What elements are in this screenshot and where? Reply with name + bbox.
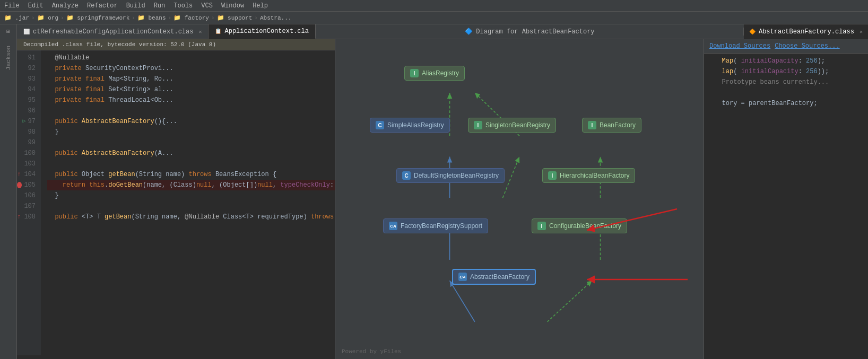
- breakpoint-105: [17, 182, 22, 188]
- breadcrumb-item[interactable]: 📁 org: [37, 14, 58, 21]
- tab-appcontext[interactable]: 📋 ApplicationContext.cla: [209, 24, 315, 39]
- diagram-panel: I AliasRegistry C SimpleAliasRegistry I …: [335, 39, 704, 359]
- tab-label-appcontext: ApplicationContext.cla: [224, 28, 308, 35]
- tab-icon-appcontext: 📋: [215, 28, 221, 34]
- right-code-line-5: tory = parentBeanFactory;: [710, 98, 862, 109]
- ln-92: 92: [17, 63, 36, 74]
- diagram-tab-title: 🔷 Diagram for AbstractBeanFactory: [316, 28, 744, 36]
- ln-95: 95: [17, 95, 36, 106]
- node-icon-alias: I: [410, 69, 419, 77]
- right-code-line-1: Map( initialCapacity: 256);: [710, 56, 862, 66]
- node-singleton-registry[interactable]: I SingletonBeanRegistry: [468, 118, 556, 133]
- code-line-99: [47, 137, 335, 148]
- tab-label-abstract: AbstractBeanFactory.class: [759, 28, 854, 36]
- ln-100: 100: [17, 148, 36, 159]
- menu-edit[interactable]: Edit: [28, 2, 44, 10]
- node-icon-default: C: [402, 171, 411, 180]
- node-hierarchical[interactable]: I HierarchicalBeanFactory: [542, 168, 635, 183]
- right-code-line-2: lap( initialCapacity: 256));: [710, 66, 862, 77]
- code-line-104: public Object getBean(String name) throw…: [47, 169, 335, 180]
- node-simple-alias[interactable]: C SimpleAliasRegistry: [370, 118, 450, 133]
- breadcrumb: 📁 .jar › 📁 org › 📁 springframework › 📁 b…: [0, 12, 868, 24]
- sidebar-jackson-label[interactable]: Jackson: [5, 46, 12, 70]
- node-label-alias: AliasRegistry: [422, 69, 459, 77]
- choose-sources-link[interactable]: Choose Sources...: [775, 42, 839, 50]
- ln-103: 103: [17, 159, 36, 169]
- node-icon-simple: C: [376, 121, 384, 129]
- code-panel: Decompiled .class file, bytecode version…: [17, 39, 335, 359]
- ln-108: ↑ 108: [17, 212, 36, 222]
- node-configurable[interactable]: I ConfigurableBeanFactory: [532, 218, 627, 233]
- node-icon-abstract: CA: [458, 273, 467, 281]
- up-arrow-104: ↑: [17, 169, 21, 180]
- code-line-94: private final Set<String> al...: [47, 84, 335, 95]
- right-code-line-3: Prototype beans currently...: [710, 77, 862, 87]
- code-line-107: [47, 201, 335, 212]
- tab-icon-abstract: 🔶: [749, 29, 756, 35]
- code-line-98: }: [47, 127, 335, 137]
- code-line-91: @Nullable: [47, 52, 335, 63]
- node-abstract-factory[interactable]: CA AbstractBeanFactory: [452, 269, 536, 285]
- node-factory-support[interactable]: CA FactoryBeanRegistrySupport: [383, 218, 488, 233]
- menu-help[interactable]: Help: [253, 2, 268, 10]
- breadcrumb-item[interactable]: 📁 support: [217, 14, 253, 21]
- powered-by: Powered by yFiles: [342, 348, 401, 355]
- ln-104: ↑ 104: [17, 169, 36, 180]
- node-icon-hierarchical: I: [548, 171, 557, 180]
- code-lines[interactable]: @Nullable private SecurityContextProvi..…: [41, 50, 335, 355]
- ln-105: 105: [17, 180, 36, 190]
- node-alias-registry[interactable]: I AliasRegistry: [404, 66, 465, 81]
- node-label-singleton: SingletonBeanRegistry: [485, 121, 550, 129]
- right-code-line-4: [710, 87, 862, 98]
- menu-window[interactable]: Window: [221, 2, 244, 10]
- ln-99: 99: [17, 137, 36, 148]
- sidebar-label[interactable]: ⊞: [0, 24, 17, 39]
- node-icon-factory-support: CA: [389, 222, 397, 230]
- tab-refreshable[interactable]: ⬜ ctRefreshableConfigApplicationContext.…: [17, 24, 209, 39]
- ln-96: 96: [17, 106, 36, 116]
- code-line-100: public AbstractBeanFactory(A...: [47, 148, 335, 159]
- tab-abstract-factory[interactable]: 🔶 AbstractBeanFactory.class ✕: [744, 24, 868, 39]
- source-links: Download Sources Choose Sources...: [704, 39, 868, 54]
- svg-line-3: [502, 157, 519, 198]
- red-arrow-bottom: [576, 269, 693, 292]
- breadcrumb-item[interactable]: 📁 beans: [137, 14, 166, 21]
- up-arrow-108: ↑: [17, 212, 21, 222]
- menu-refactor[interactable]: Refactor: [87, 2, 118, 10]
- breadcrumb-item[interactable]: 📁 factory: [173, 14, 209, 21]
- node-label-configurable: ConfigurableBeanFactory: [549, 222, 621, 230]
- code-line-93: private final Map<String, Ro...: [47, 74, 335, 84]
- node-bean-factory[interactable]: I BeanFactory: [582, 118, 641, 133]
- breadcrumb-item[interactable]: 📁 .jar: [4, 14, 29, 21]
- decompile-info: Decompiled .class file, bytecode version…: [23, 41, 216, 48]
- code-content: 91 92 93 94 95 96 ▷ 97 98 99 100 103 ↑ 1…: [17, 50, 335, 355]
- menu-analyze[interactable]: Analyze: [52, 2, 79, 10]
- tab-close-abstract[interactable]: ✕: [860, 29, 863, 35]
- menu-vcs[interactable]: VCS: [201, 2, 213, 10]
- right-code-area[interactable]: Map( initialCapacity: 256); lap( initial…: [704, 54, 868, 359]
- breadcrumb-item[interactable]: Abstra...: [260, 15, 291, 21]
- node-icon-beanfactory: I: [588, 121, 596, 129]
- node-label-simple: SimpleAliasRegistry: [387, 121, 444, 129]
- menu-file[interactable]: File: [4, 2, 20, 10]
- node-default-singleton[interactable]: C DefaultSingletonBeanRegistry: [396, 168, 505, 183]
- menu-bar: File Edit Analyze Refactor Build Run Too…: [0, 0, 868, 12]
- svg-line-8: [548, 281, 592, 322]
- diagram-arrows: [335, 39, 704, 359]
- menu-run[interactable]: Run: [154, 2, 166, 10]
- line-numbers: 91 92 93 94 95 96 ▷ 97 98 99 100 103 ↑ 1…: [17, 50, 41, 355]
- node-label-beanfactory: BeanFactory: [600, 121, 636, 129]
- diagram-icon: 🔷: [465, 28, 473, 36]
- menu-tools[interactable]: Tools: [173, 2, 193, 10]
- svg-line-7: [450, 281, 475, 322]
- menu-build[interactable]: Build: [126, 2, 145, 10]
- breadcrumb-item[interactable]: 📁 springframework: [66, 14, 130, 21]
- ln-97: ▷ 97: [17, 116, 36, 127]
- node-label-factory-support: FactoryBeanRegistrySupport: [401, 222, 482, 230]
- tab-icon-refreshable: ⬜: [23, 29, 30, 35]
- ln-91: 91: [17, 52, 36, 63]
- gutter-marker-97: ▷: [23, 116, 26, 127]
- download-sources-link[interactable]: Download Sources: [709, 42, 770, 50]
- right-panel: Download Sources Choose Sources... Map( …: [704, 39, 868, 359]
- tab-close-refreshable[interactable]: ✕: [198, 29, 202, 35]
